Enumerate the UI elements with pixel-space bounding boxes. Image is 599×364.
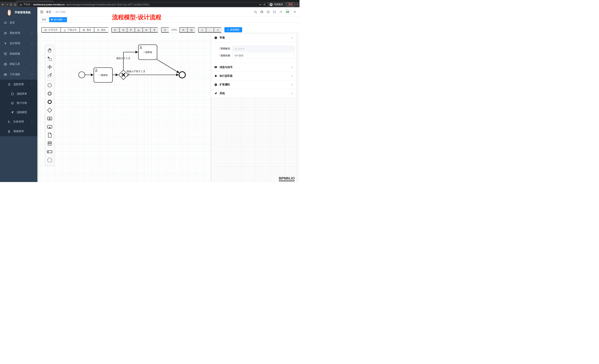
palette-create-data-store[interactable] <box>45 139 54 148</box>
bpmn-node-start-event[interactable] <box>79 72 85 78</box>
help-icon[interactable]: ? <box>267 10 270 14</box>
tag-home[interactable]: 首页 <box>40 17 48 22</box>
sidebar-item-label: 研发工具 <box>10 62 20 66</box>
sidebar-item-system[interactable]: 系统管理 <box>0 28 37 38</box>
align-center-button[interactable] <box>150 27 158 33</box>
tag-design-process[interactable]: 设计流程 × <box>49 17 67 22</box>
fit-button[interactable] <box>187 27 195 33</box>
browser-tab[interactable] <box>16 0 54 2</box>
sidebar-item-task-mgmt[interactable]: 任务管理 <box>0 117 37 127</box>
bpmn-edge-flow-gt-3-days[interactable] <box>123 52 138 70</box>
sidebar-item-label: 工作流程 <box>10 73 20 76</box>
incognito-icon <box>270 3 273 6</box>
bpmn-edge-flow-second-to-end[interactable] <box>157 59 179 73</box>
undo-button[interactable] <box>198 27 206 33</box>
palette-create-start-event[interactable] <box>45 81 54 89</box>
robot-icon <box>11 102 14 105</box>
preview-button[interactable]: 预览 <box>79 27 94 33</box>
home-icon[interactable] <box>14 3 17 6</box>
reload-icon[interactable] <box>10 3 13 6</box>
breadcrumb-home[interactable]: 首页 <box>46 10 51 14</box>
avatar[interactable] <box>285 9 291 15</box>
palette-lasso-tool[interactable] <box>45 54 54 63</box>
zoom-out-button[interactable] <box>161 27 169 33</box>
bookmark-star-icon[interactable] <box>263 3 266 6</box>
back-icon[interactable] <box>1 3 4 6</box>
data-store-icon <box>47 141 52 146</box>
url-bar[interactable]: 不安全 dashboard.yudao.iocoder.cn/bpm/manag… <box>18 2 268 7</box>
align-top-button[interactable] <box>127 27 135 33</box>
palette-create-subprocess[interactable] <box>45 123 54 131</box>
avatar-dropdown-icon[interactable] <box>294 11 296 13</box>
chevron-down-icon[interactable] <box>291 37 293 39</box>
tag-close-icon[interactable]: × <box>64 18 65 21</box>
palette-create-intermediate-event[interactable] <box>45 89 54 98</box>
url-path: /bpm/manager/model/design?modelId=e4a1a1… <box>66 3 150 6</box>
not-secure-warning-icon[interactable] <box>20 3 22 6</box>
sidebar-item-home[interactable]: 首页 <box>0 17 37 28</box>
bpmn-palette <box>45 45 54 166</box>
sidebar-item-leave-query[interactable]: 请假查询 <box>0 127 37 136</box>
browser-chrome: 不安全 dashboard.yudao.iocoder.cn/bpm/manag… <box>0 0 300 7</box>
props-section-extension-attributes[interactable]: 扩展属性 <box>211 80 297 89</box>
browser-update-button[interactable]: 更新 <box>286 2 295 7</box>
palette-create-gateway[interactable] <box>45 106 54 114</box>
search-icon[interactable] <box>254 10 257 14</box>
refresh-button[interactable] <box>214 27 221 33</box>
palette-space-tool[interactable] <box>45 63 54 71</box>
align-middle-button[interactable] <box>142 27 150 33</box>
props-section-message-signal[interactable]: 消息与信号 <box>211 63 297 72</box>
font-size-icon[interactable]: tT <box>279 10 282 14</box>
field-process-key: *流程标识 <box>211 46 297 51</box>
props-section-general[interactable]: i 常规 <box>211 34 297 42</box>
sidebar-item-infra[interactable]: 基础设施 <box>0 49 37 59</box>
browser-menu-icon[interactable]: ⋮ <box>296 3 298 6</box>
sidebar-collapse-icon[interactable] <box>40 10 44 14</box>
process-key-input[interactable] <box>232 46 295 51</box>
fullscreen-icon[interactable] <box>273 10 276 14</box>
open-file-button[interactable]: 打开文件 <box>41 27 61 33</box>
tag-label: 首页 <box>42 18 46 21</box>
download-file-button[interactable]: 下载文件 <box>61 27 79 33</box>
sidebar-item-process-form[interactable]: 流程表单 <box>0 89 37 99</box>
props-section-other[interactable]: 其他 <box>211 89 297 98</box>
sidebar-item-payment[interactable]: ¥支付管理 <box>0 38 37 49</box>
bpmn-node-end-event[interactable] <box>179 72 185 78</box>
save-model-button[interactable]: + 保存模型 <box>224 27 242 32</box>
list-icon <box>7 83 11 86</box>
palette-create-user-task[interactable] <box>45 114 54 123</box>
palette-create-end-event[interactable] <box>45 98 54 106</box>
align-left-button[interactable] <box>111 27 119 33</box>
sidebar-item-workflow[interactable]: 工作流程 <box>0 69 37 80</box>
bpmn-io-watermark[interactable]: BPMN.iO <box>279 176 295 181</box>
user-icon <box>7 130 11 133</box>
password-key-icon[interactable] <box>259 3 262 6</box>
palette-create-data-object[interactable] <box>45 131 54 139</box>
sidebar-item-label: 首页 <box>10 21 15 24</box>
send-icon <box>214 92 217 95</box>
palette-hand-tool[interactable] <box>45 46 54 54</box>
sidebar-item-devtools[interactable]: 研发工具 <box>0 59 37 69</box>
palette-create-group[interactable] <box>45 156 54 164</box>
redo-button[interactable] <box>206 27 214 33</box>
align-right-button[interactable] <box>119 27 127 33</box>
github-icon[interactable] <box>260 10 264 14</box>
props-section-execution-listener[interactable]: 执行监听器 <box>211 72 297 80</box>
app-logo[interactable]: 芋道管理系统 <box>0 7 37 17</box>
palette-global-connect-tool[interactable] <box>45 71 54 79</box>
palette-create-participant[interactable] <box>45 148 54 156</box>
simulate-button[interactable]: 模拟 <box>94 27 108 33</box>
send-icon <box>11 111 14 114</box>
required-star: * <box>219 54 220 57</box>
forward-icon[interactable] <box>6 3 9 6</box>
sidebar-item-process-mgmt[interactable]: 流程管理 <box>0 80 37 89</box>
save-model-label: 保存模型 <box>230 28 239 31</box>
align-bottom-icon <box>137 29 140 31</box>
process-name-input[interactable] <box>232 53 295 58</box>
sidebar-item-user-group[interactable]: 用户分组 <box>0 99 37 108</box>
zoom-in-button[interactable] <box>179 27 187 33</box>
props-section-title: 常规 <box>220 36 225 39</box>
sidebar-item-process-model[interactable]: 流程模型 <box>0 108 37 117</box>
align-bottom-button[interactable] <box>135 27 142 33</box>
scrollbar-gutter[interactable] <box>297 34 300 182</box>
